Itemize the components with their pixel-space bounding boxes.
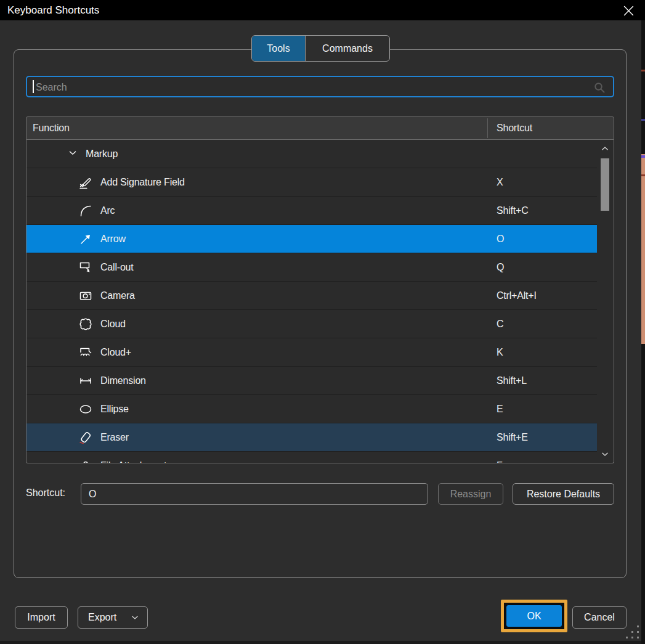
row-function-label: Arc — [100, 197, 115, 224]
table-row[interactable]: Arc Shift+C — [26, 197, 597, 225]
cloud-icon — [78, 317, 93, 332]
search-input[interactable] — [34, 78, 579, 96]
attachment-icon — [78, 459, 93, 464]
eraser-icon — [78, 430, 93, 445]
ok-button-highlight: OK — [501, 600, 567, 632]
arc-icon — [78, 203, 93, 218]
table-row[interactable]: Call-out Q — [26, 253, 597, 282]
row-function-label: Call-out — [100, 253, 134, 281]
group-row-markup[interactable]: Markup — [26, 140, 597, 168]
shortcut-value-input[interactable] — [81, 483, 428, 505]
row-function-label: Camera — [100, 282, 135, 309]
row-shortcut-value: C — [497, 310, 503, 338]
table-row[interactable]: Cloud C — [26, 310, 597, 338]
table-row[interactable]: Camera Ctrl+Alt+I — [26, 282, 597, 310]
window-bottom-edge — [0, 641, 641, 644]
shortcut-list: Markup Add Signature Field X Arc Shift+C… — [26, 140, 614, 463]
table-row[interactable]: Ellipse E — [26, 395, 597, 423]
scrollbar[interactable] — [599, 141, 611, 462]
table-row[interactable]: File Attachment F — [26, 452, 597, 463]
resize-grip[interactable] — [625, 624, 641, 640]
row-shortcut-value: Shift+E — [497, 423, 528, 451]
shortcut-rows: Markup Add Signature Field X Arc Shift+C… — [26, 140, 597, 463]
shortcut-editor-label: Shortcut: — [26, 487, 65, 499]
ok-button[interactable]: OK — [506, 605, 562, 627]
export-button-label: Export — [88, 612, 116, 623]
scrollbar-thumb[interactable] — [601, 158, 609, 211]
row-shortcut-value: K — [497, 338, 503, 366]
chevron-down-icon — [130, 613, 140, 622]
row-function-label: Add Signature Field — [100, 168, 185, 196]
dialog-title: Keyboard Shortcuts — [7, 0, 99, 20]
row-shortcut-value: O — [497, 225, 504, 253]
export-button[interactable]: Export — [78, 606, 148, 629]
title-bar: Keyboard Shortcuts — [0, 0, 645, 20]
callout-icon — [78, 260, 93, 275]
table-row[interactable]: Eraser Shift+E — [26, 423, 597, 452]
row-function-label: Arrow — [100, 225, 126, 253]
reassign-button[interactable]: Reassign — [438, 483, 503, 505]
search-icon — [592, 80, 607, 97]
cancel-button[interactable]: Cancel — [572, 606, 627, 629]
tab-commands[interactable]: Commands — [305, 36, 389, 61]
row-shortcut-value: E — [497, 395, 503, 423]
scroll-up-icon[interactable] — [599, 142, 611, 155]
camera-icon — [78, 288, 93, 303]
table-row[interactable]: Add Signature Field X — [26, 168, 597, 197]
table-header: Function Shortcut — [26, 116, 614, 140]
tab-strip: Tools Commands — [251, 35, 390, 62]
scroll-down-icon[interactable] — [599, 448, 611, 460]
row-shortcut-value: X — [497, 168, 503, 196]
group-label: Markup — [86, 140, 118, 168]
search-box — [26, 76, 614, 97]
tab-tools[interactable]: Tools — [252, 36, 305, 61]
row-shortcut-value: Shift+L — [497, 367, 527, 394]
close-icon[interactable] — [620, 2, 637, 18]
arrow-icon — [78, 232, 93, 247]
column-header-function[interactable]: Function — [33, 117, 70, 139]
column-header-shortcut[interactable]: Shortcut — [497, 117, 532, 139]
chevron-down-icon[interactable] — [67, 147, 78, 161]
row-shortcut-value: F — [497, 452, 503, 463]
row-function-label: Eraser — [100, 423, 129, 451]
cloudplus-icon — [78, 345, 93, 360]
dimension-icon — [78, 373, 93, 388]
restore-defaults-button[interactable]: Restore Defaults — [513, 483, 614, 505]
text-caret — [33, 80, 34, 93]
row-function-label: Ellipse — [100, 395, 129, 423]
row-shortcut-value: Ctrl+Alt+I — [497, 282, 537, 309]
table-row[interactable]: Arrow O — [26, 225, 597, 253]
row-function-label: Cloud — [100, 310, 126, 338]
background-app-sliver — [641, 20, 645, 644]
import-button[interactable]: Import — [15, 606, 68, 629]
row-function-label: Dimension — [100, 367, 146, 394]
column-divider[interactable] — [487, 118, 488, 138]
row-shortcut-value: Q — [497, 253, 504, 281]
row-function-label: File Attachment — [100, 452, 166, 463]
table-row[interactable]: Dimension Shift+L — [26, 367, 597, 395]
row-shortcut-value: Shift+C — [497, 197, 529, 224]
keyboard-shortcuts-dialog: Keyboard Shortcuts Tools Commands Functi… — [0, 0, 645, 644]
ellipse-icon — [78, 402, 93, 417]
row-function-label: Cloud+ — [100, 338, 131, 366]
signature-icon — [78, 175, 93, 190]
table-row[interactable]: Cloud+ K — [26, 338, 597, 367]
